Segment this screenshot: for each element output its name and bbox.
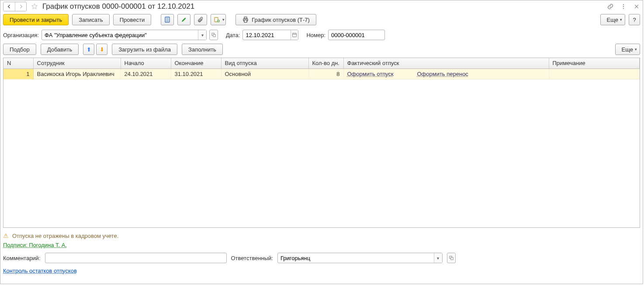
vacation-balance-control-link[interactable]: Контроль остатков отпусков [3,268,77,274]
svg-rect-19 [451,258,453,260]
organization-label: Организация: [3,32,39,38]
load-from-file-button[interactable]: Загрузить из файла [112,44,177,55]
date-field[interactable] [242,30,298,40]
move-buttons: ⬆ ⬇ [83,44,107,55]
signatures-link[interactable]: Подписи: Погодина Т. А. [3,242,67,248]
chevron-down-icon: ▾ [635,47,637,52]
chevron-down-icon: ▾ [222,17,225,22]
col-actual[interactable]: Фактический отпуск [343,58,549,69]
comment-field[interactable] [45,253,227,263]
post-button[interactable]: Провести [113,14,152,25]
col-note[interactable]: Примечание [549,58,640,69]
date-input[interactable] [243,30,291,40]
cell-n[interactable]: 1 [3,69,33,79]
print-t7-label: График отпусков (Т-7) [252,17,310,23]
comment-label: Комментарий: [3,255,41,261]
signatures-row: Подписи: Погодина Т. А. [0,240,643,250]
col-n[interactable]: N [3,58,33,69]
responsible-field[interactable]: ▾ [277,253,443,263]
fill-button[interactable]: Заполнить [182,44,223,55]
cell-type[interactable]: Основной [221,69,308,79]
number-field[interactable] [328,30,385,40]
more-button[interactable]: Еще▾ [600,14,625,25]
kebab-menu-icon[interactable] [620,3,627,10]
cell-actual[interactable]: Оформить отпуск Оформить перенос [343,69,549,79]
svg-point-0 [623,4,624,5]
number-input[interactable] [329,30,384,40]
document-structure-button[interactable] [161,14,174,25]
move-up-button[interactable]: ⬆ [83,44,94,55]
move-down-button[interactable]: ⬇ [96,44,107,55]
control-link-row: Контроль остатков отпусков [0,266,643,278]
status-warning: ⚠ Отпуска не отражены в кадровом учете. [0,228,643,240]
create-transfer-link[interactable]: Оформить перенос [417,71,468,77]
cell-note[interactable] [549,69,640,79]
create-vacation-link[interactable]: Оформить отпуск [347,71,394,77]
cell-employee[interactable]: Васикоска Игорь Ираклиевич [33,69,121,79]
table-header-row: N Сотрудник Начало Окончание Вид отпуска… [3,58,640,69]
cell-days[interactable]: 8 [308,69,343,79]
print-t7-button[interactable]: График отпусков (Т-7) [235,14,316,25]
favorite-star-icon[interactable] [30,2,39,11]
link-icon[interactable] [607,3,614,10]
post-and-close-button[interactable]: Провести и закрыть [3,14,69,25]
cell-start[interactable]: 24.10.2021 [121,69,171,79]
svg-point-1 [623,6,624,7]
footer-form-row: Комментарий: Ответственный: ▾ [0,250,643,266]
warning-icon: ⚠ [3,232,9,239]
titlebar: График отпусков 0000-000001 от 12.10.202… [0,0,643,12]
organization-field[interactable]: ▾ [42,30,207,40]
table-more-button[interactable]: Еще▾ [615,44,640,55]
number-label: Номер: [306,32,325,38]
responsible-open-button[interactable] [447,253,456,263]
col-end[interactable]: Окончание [171,58,221,69]
vacation-table[interactable]: N Сотрудник Начало Окончание Вид отпуска… [3,58,640,228]
document-window: График отпусков 0000-000001 от 12.10.202… [0,0,643,284]
add-button[interactable]: Добавить [41,44,79,55]
main-toolbar: Провести и закрыть Записать Провести ▾ Г… [0,12,643,29]
svg-rect-11 [244,20,247,22]
col-days[interactable]: Кол-во дн. [308,58,343,69]
warning-text: Отпуска не отражены в кадровом учете. [12,233,118,239]
svg-rect-10 [244,17,247,19]
help-button[interactable]: ? [629,14,640,25]
col-type[interactable]: Вид отпуска [221,58,308,69]
responsible-label: Ответственный: [231,255,273,261]
select-button[interactable]: Подбор [3,44,36,55]
close-icon[interactable] [633,3,640,10]
col-employee[interactable]: Сотрудник [33,58,121,69]
chevron-down-icon: ▾ [620,17,622,22]
header-form-row: Организация: ▾ Дата: Номер: [0,29,643,43]
responsible-input[interactable] [278,253,434,263]
dropdown-icon[interactable]: ▾ [434,253,442,263]
table-toolbar: Подбор Добавить ⬆ ⬇ Загрузить из файла З… [0,43,643,58]
svg-point-2 [623,8,624,9]
organization-open-button[interactable] [209,30,218,40]
nav-forward-button[interactable] [15,2,26,11]
nav-back-button[interactable] [3,2,15,11]
edit-pencil-button[interactable] [177,14,190,25]
table-row[interactable]: 1 Васикоска Игорь Ираклиевич 24.10.2021 … [3,69,640,79]
col-start[interactable]: Начало [121,58,171,69]
dropdown-icon[interactable]: ▾ [198,30,206,40]
create-based-on-button[interactable]: ▾ [211,14,226,25]
save-button[interactable]: Записать [72,14,110,25]
attachment-button[interactable] [194,14,207,25]
organization-input[interactable] [42,30,198,40]
comment-input[interactable] [45,253,226,263]
date-label: Дата: [226,32,240,38]
svg-rect-14 [293,33,297,37]
svg-rect-13 [213,34,215,37]
calendar-icon[interactable] [291,30,298,40]
cell-end[interactable]: 31.10.2021 [171,69,221,79]
page-title: График отпусков 0000-000001 от 12.10.202… [42,2,194,11]
nav-buttons [3,2,27,11]
